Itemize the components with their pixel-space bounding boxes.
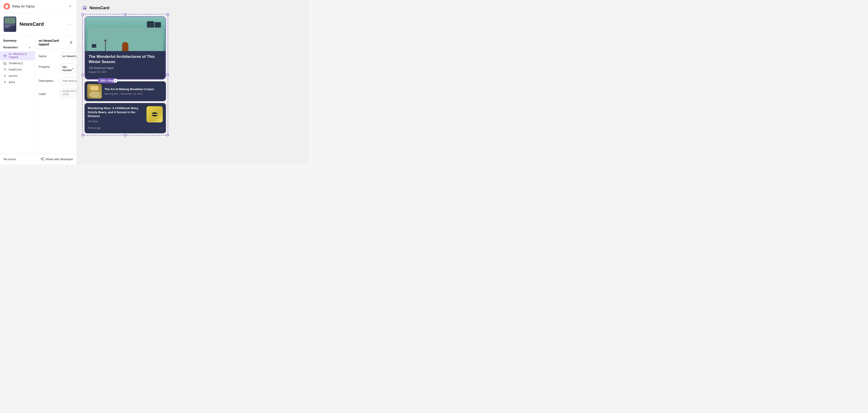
canvas-header: NewsCard <box>82 5 303 10</box>
panel-header: Relay for Figma × <box>0 0 76 13</box>
layer-row: Layer view=hero-item <box>39 88 73 98</box>
resize-handle-tl[interactable] <box>82 13 84 15</box>
hero-card[interactable]: The Wonderful Architectures of This Wint… <box>85 16 166 80</box>
close-button[interactable]: × <box>68 4 73 9</box>
component-icon <box>82 5 87 10</box>
parameters-header: Parameters + <box>0 44 35 51</box>
right-panel: NewsCard <box>77 0 309 164</box>
svg-line-13 <box>41 158 43 159</box>
panel-body: Summary Parameters + on NewsCard tapped <box>0 36 76 154</box>
newscard-inner: The Wonderful Architectures of This Wint… <box>83 15 167 135</box>
chevron-down-icon: ▾ <box>72 67 73 70</box>
food-image <box>87 84 102 98</box>
add-parameter-button[interactable]: + <box>28 45 32 50</box>
status-text: No errors <box>4 157 16 161</box>
image-icon <box>3 62 7 65</box>
resize-handle-tm[interactable] <box>124 13 126 15</box>
small-card-meta: Morning Bre... November 10, 2021 <box>104 92 163 95</box>
third-card-footer: 4 hours ago ⋯ <box>88 126 163 130</box>
hero-card-date: August 25, 2021 <box>89 70 162 73</box>
hero-image <box>85 17 165 51</box>
share-label: Share with developer <box>45 157 73 161</box>
detail-form: Name Property tap-handler ▾ Description <box>35 49 76 154</box>
param-item-author[interactable]: T author <box>0 73 35 79</box>
resize-handle-bm[interactable] <box>124 134 126 136</box>
third-card-title: Wondering Hour: A Childhood Story, Grizz… <box>88 106 144 118</box>
panel-footer: No errors Share with developer <box>0 154 76 164</box>
param-item-date[interactable]: T date <box>0 79 35 86</box>
description-input[interactable] <box>59 77 76 84</box>
third-card-time: 4 hours ago <box>88 127 101 129</box>
description-label: Description <box>39 77 57 83</box>
building-scene <box>85 17 165 51</box>
description-row: Description <box>39 77 73 84</box>
interaction-icon <box>3 54 7 58</box>
summary-section: Summary Parameters + on NewsCard tapped <box>0 36 35 154</box>
share-icon <box>40 157 44 161</box>
svg-point-1 <box>4 55 5 56</box>
hero-card-title: The Wonderful Architectures of This Wint… <box>89 54 162 65</box>
parameters-label: Parameters <box>3 46 18 49</box>
property-value: tap-handler <box>62 65 72 72</box>
third-card-author: The Bees <box>88 120 144 123</box>
resize-handle-mr[interactable] <box>166 74 169 76</box>
third-card-thumbnail <box>147 106 163 123</box>
dimension-value: 354 × Hug <box>100 79 113 82</box>
name-row: Name <box>39 53 73 60</box>
left-panel: Relay for Figma × NewsCard ⋯ S <box>0 0 77 164</box>
canvas-component-name: NewsCard <box>90 6 110 10</box>
text-icon-author: T <box>3 74 7 78</box>
svg-point-10 <box>43 157 44 158</box>
panel-header-left: Relay for Figma <box>4 3 35 9</box>
param-item-thumbnail[interactable]: thumbnail <box>0 60 35 67</box>
param-label-date: date <box>8 81 15 84</box>
svg-line-14 <box>41 159 43 160</box>
param-label-author: author <box>8 74 18 78</box>
third-card-inner: Wondering Hour: A Childhood Story, Grizz… <box>88 106 163 124</box>
component-header: NewsCard ⋯ <box>0 13 76 36</box>
param-label-headline: headline <box>8 68 22 71</box>
property-label: Property <box>39 63 57 68</box>
component-thumbnail <box>4 17 16 32</box>
name-input[interactable] <box>59 53 76 60</box>
more-options-icon[interactable]: ⋯ <box>159 126 163 130</box>
app-title: Relay for Figma <box>12 4 35 8</box>
dimension-badge: 354 × Hug + <box>98 78 116 83</box>
name-label: Name <box>39 53 57 58</box>
component-name: NewsCard <box>20 21 44 27</box>
param-label-interaction: on NewsCard tapped <box>8 53 32 59</box>
svg-point-12 <box>43 159 44 160</box>
small-card-thumbnail <box>87 84 102 98</box>
text-icon-date: T <box>3 81 7 84</box>
bee-image <box>147 106 163 123</box>
relay-logo-icon <box>4 3 10 9</box>
small-card-content: The Art of Making Breakfast Crepes Morni… <box>104 88 163 95</box>
resize-handle-ml[interactable] <box>82 74 84 76</box>
more-button[interactable]: ⋯ <box>65 21 73 28</box>
hero-card-author: The Seasonal Sagas <box>89 66 162 70</box>
resize-handle-br[interactable] <box>166 134 169 136</box>
share-button[interactable]: Share with developer <box>40 157 73 161</box>
small-card[interactable]: 354 × Hug + The Art of Making Breakfast … <box>85 81 166 101</box>
add-icon[interactable]: + <box>114 78 118 83</box>
delete-button[interactable]: 🗑 <box>69 40 73 44</box>
text-icon-headline: T <box>3 68 7 72</box>
third-card[interactable]: Wondering Hour: A Childhood Story, Grizz… <box>85 103 166 133</box>
param-item-headline[interactable]: T headline <box>0 67 35 73</box>
detail-title: on NewsCard tapped <box>39 39 69 46</box>
svg-point-11 <box>41 158 41 159</box>
param-item-interaction[interactable]: on NewsCard tapped <box>0 51 35 60</box>
param-label-thumbnail: thumbnail <box>8 62 23 65</box>
small-card-title: The Art of Making Breakfast Crepes <box>104 88 163 91</box>
component-header-left: NewsCard <box>4 17 44 32</box>
newscard-preview: The Wonderful Architectures of This Wint… <box>82 14 168 135</box>
third-card-content: Wondering Hour: A Childhood Story, Grizz… <box>88 106 144 124</box>
detail-section: on NewsCard tapped 🗑 Name Property tap-h… <box>35 36 76 154</box>
hero-content: The Wonderful Architectures of This Wint… <box>85 51 165 76</box>
layer-value: view=hero-item <box>59 88 76 98</box>
resize-handle-tr[interactable] <box>166 13 169 15</box>
parameter-list: on NewsCard tapped thumbnail T <box>0 51 35 86</box>
property-select[interactable]: tap-handler ▾ <box>59 63 76 74</box>
layer-label: Layer <box>39 90 57 96</box>
resize-handle-bl[interactable] <box>82 134 84 136</box>
